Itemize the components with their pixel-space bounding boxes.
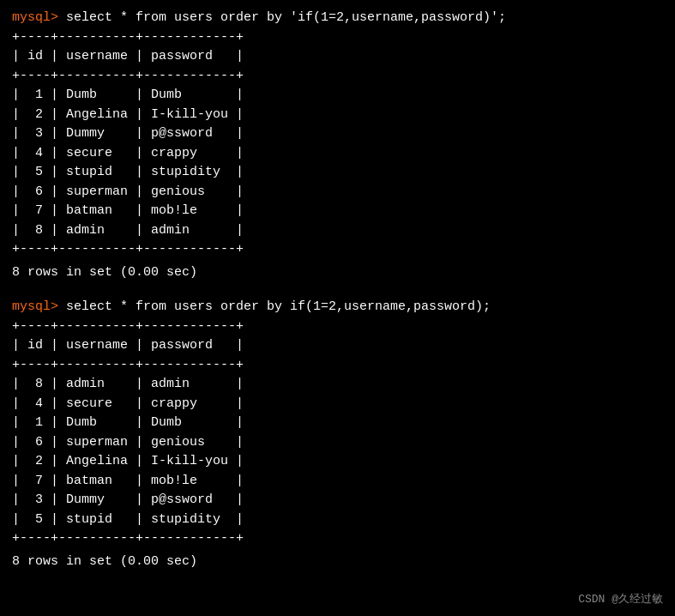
prompt-line-1: mysql> select * from users order by 'if(… <box>12 9 663 28</box>
query-block-1: mysql> select * from users order by 'if(… <box>12 9 663 282</box>
mysql-prompt-1: mysql> <box>12 10 58 25</box>
table2-border-top: +----+----------+------------+ <box>12 317 663 337</box>
table2-row-7: | 3 | Dummy | p@ssword | <box>12 491 663 510</box>
result1: 8 rows in set (0.00 sec) <box>12 263 663 283</box>
command-text-2: select * from users order by if(1=2,user… <box>66 299 491 314</box>
table2-header: | id | username | password | <box>12 336 663 356</box>
table1-border-mid: +----+----------+------------+ <box>12 67 663 87</box>
table2-row-5: | 2 | Angelina | I-kill-you | <box>12 452 663 472</box>
table1-header: | id | username | password | <box>12 47 663 67</box>
table2-row-3: | 1 | Dumb | Dumb | <box>12 414 663 433</box>
table1-row-6: | 6 | superman | genious | <box>12 183 663 202</box>
command-1 <box>58 10 66 25</box>
table2-row-8: | 5 | stupid | stupidity | <box>12 510 663 530</box>
table1-row-3: | 3 | Dummy | p@ssword | <box>12 124 663 144</box>
table2-border-mid: +----+----------+------------+ <box>12 356 663 376</box>
table2-row-2: | 4 | secure | crappy | <box>12 395 663 414</box>
mysql-prompt-2: mysql> <box>12 299 58 314</box>
query-block-2: mysql> select * from users order by if(1… <box>12 298 663 571</box>
command-space-2 <box>58 299 66 314</box>
table1-row-8: | 8 | admin | admin | <box>12 221 663 241</box>
table1-border-bot: +----+----------+------------+ <box>12 240 663 260</box>
table2-row-6: | 7 | batman | mob!le | <box>12 472 663 492</box>
table1-row-5: | 5 | stupid | stupidity | <box>12 163 663 183</box>
result2: 8 rows in set (0.00 sec) <box>12 553 663 572</box>
table1-border-top: +----+----------+------------+ <box>12 28 663 48</box>
prompt-line-2: mysql> select * from users order by if(1… <box>12 298 663 317</box>
table1-row-4: | 4 | secure | crappy | <box>12 144 663 164</box>
table2-row-4: | 6 | superman | genious | <box>12 433 663 453</box>
watermark: CSDN @久经过敏 <box>578 591 663 608</box>
table2-border-bot: +----+----------+------------+ <box>12 529 663 549</box>
table2-row-1: | 8 | admin | admin | <box>12 375 663 395</box>
table1-row-2: | 2 | Angelina | I-kill-you | <box>12 106 663 125</box>
table1-row-7: | 7 | batman | mob!le | <box>12 202 663 221</box>
table1-row-1: | 1 | Dumb | Dumb | <box>12 86 663 106</box>
command-text-1: select * from users order by 'if(1=2,use… <box>66 10 506 25</box>
